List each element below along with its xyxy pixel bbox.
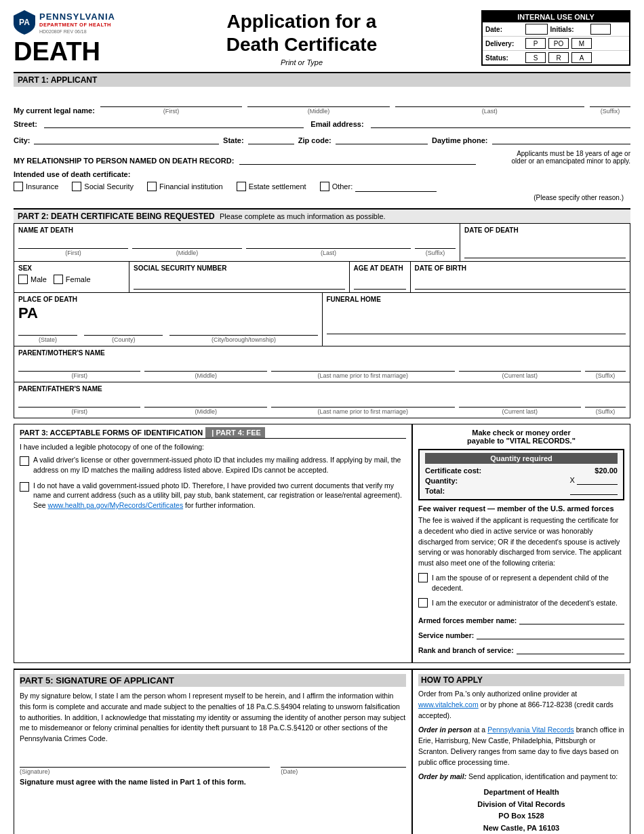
date-of-death-input[interactable] [464,246,626,258]
date-label: Date: [485,26,523,33]
age-cell: AGE AT DEATH [350,262,411,292]
logo-text-block: pennsylvania DEPARTMENT OF HEALTH HD0208… [39,12,115,34]
cost-label: Certificate cost: [425,466,481,475]
delivery-label: Delivery: [485,40,523,47]
sex-options: Male Female [18,275,125,284]
place-of-death-cell: PLACE OF DEATH PA (State) (County) (City… [14,293,323,346]
phone-label: Daytime phone: [432,136,488,144]
pa-vital-records-link[interactable]: Pennsylvania Vital Records [487,726,574,734]
father-first-input[interactable] [18,395,140,408]
email-input[interactable] [371,117,630,128]
middle-label: (Middle) [247,108,389,115]
female-checkbox[interactable] [54,275,63,284]
insurance-checkbox[interactable] [14,182,23,191]
internal-status-row: Status: S R A [483,51,629,64]
other-option: Other: [320,181,437,192]
county-input[interactable] [84,323,163,336]
status-label: Status: [485,54,523,62]
part2-header: PART 2: DEATH CERTIFICATE BEING REQUESTE… [14,208,630,224]
name-row: My current legal name: (First) (Middle) … [14,95,630,115]
delivery-m[interactable]: M [571,38,592,49]
id-option2-checkbox[interactable] [20,482,29,492]
ssn-input[interactable] [134,277,345,290]
last-name-input[interactable] [395,95,584,107]
other-checkbox[interactable] [320,182,329,191]
estate-checkbox[interactable] [237,182,246,191]
street-input[interactable] [44,117,304,128]
city-row: City: State: Zip code: Daytime phone: [14,134,630,144]
father-first: (First) [18,395,140,415]
mother-fields: (First) (Middle) (Last name prior to fir… [18,357,626,379]
internal-use-box: INTERNAL USE ONLY Date: Initials: Delive… [481,10,630,66]
id-option1-checkbox[interactable] [20,456,29,466]
status-r[interactable]: R [548,52,569,63]
decedent-last-input[interactable] [246,237,411,249]
financial-label: Financial institution [159,182,223,191]
criteria2-checkbox[interactable] [418,598,428,608]
relationship-input[interactable] [239,154,476,165]
father-middle-input[interactable] [144,395,266,408]
mailing-address: Department of Health Division of Vital R… [418,787,624,834]
suffix-input[interactable] [590,95,630,107]
print-or-type: Print or Type [136,58,468,66]
mother-current-input[interactable] [459,359,581,372]
rank-branch-input[interactable] [517,643,624,654]
sig-note: Signature must agree with the name liste… [20,778,406,786]
date-input[interactable] [281,755,406,768]
decedent-suffix-input[interactable] [415,237,456,249]
city-input[interactable] [169,323,317,336]
zip-input[interactable] [336,134,428,144]
other-label: Other: [332,182,353,191]
dob-cell: DATE OF BIRTH [411,262,630,292]
decedent-middle-input[interactable] [132,237,242,249]
app-title: Application for aDeath Certificate [136,10,468,56]
male-checkbox[interactable] [18,275,28,284]
signature-input[interactable] [20,755,270,768]
id-option2-text: I do not have a valid government-issued … [33,481,406,511]
father-current-input[interactable] [459,395,581,408]
delivery-po[interactable]: PO [548,38,569,49]
social-security-label: Social Security [84,182,134,191]
ssn-label: SOCIAL SECURITY NUMBER [134,264,345,272]
age-input[interactable] [354,277,406,290]
status-s[interactable]: S [525,52,546,63]
social-security-checkbox[interactable] [72,182,81,191]
other-input[interactable] [355,181,437,192]
part2-body: NAME AT DEATH (First) (Middle) (Last) (S… [14,224,630,418]
city-input[interactable] [34,134,219,144]
criteria1-checkbox[interactable] [418,573,428,582]
first-name-input[interactable] [100,95,242,107]
mother-middle-input[interactable] [144,359,266,372]
last-name-group: (Last) [395,95,584,115]
state-sub-input[interactable] [18,323,77,336]
funeral-input[interactable] [327,322,626,334]
fee-waiver-text: The fee is waived if the applicant is re… [418,515,624,569]
service-number-input[interactable] [477,629,624,639]
date-sub: (Date) [281,768,406,775]
how-to-apply: HOW TO APPLY Order from Pa.'s only autho… [413,670,630,834]
quantity-row: Quantity: X [425,476,618,485]
dob-input[interactable] [415,277,626,290]
initials-field[interactable] [590,24,611,35]
mother-first-input[interactable] [18,359,140,372]
total-value[interactable] [570,486,618,495]
part1-section: My current legal name: (First) (Middle) … [14,91,630,208]
status-a[interactable]: A [571,52,592,63]
phone-input[interactable] [492,134,630,144]
middle-name-input[interactable] [247,95,389,107]
name-date-row: NAME AT DEATH (First) (Middle) (Last) (S… [14,224,630,262]
part34-section: PART 3: ACCEPTABLE FORMS OF IDENTIFICATI… [14,424,630,663]
state-input[interactable] [248,134,294,144]
financial-checkbox[interactable] [147,182,157,191]
mother-last-prior-input[interactable] [271,359,455,372]
certificates-link[interactable]: www.health.pa.gov/MyRecords/Certificates [48,501,184,509]
delivery-p[interactable]: P [525,38,546,49]
father-suffix-input[interactable] [585,395,626,408]
date-field[interactable] [525,24,548,35]
armed-name-input[interactable] [519,614,624,624]
vitalchek-link[interactable]: www.vitalchek.com [418,700,479,709]
decedent-first-input[interactable] [18,237,128,249]
total-row: Total: [425,486,618,495]
mother-suffix-input[interactable] [585,359,626,372]
father-last-prior-input[interactable] [271,395,455,408]
